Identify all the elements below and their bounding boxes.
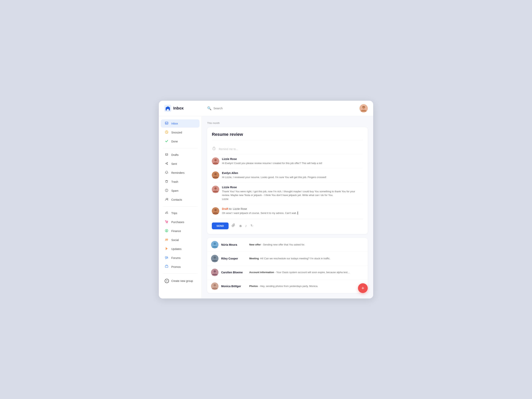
send-button[interactable]: SEND [212, 222, 228, 229]
email-snippet: - Hey, sending photos from yesterdays pa… [259, 285, 318, 288]
sidebar-item-trash[interactable]: Trash [161, 178, 200, 186]
attach-icon[interactable] [231, 223, 236, 229]
message-row-draft: Draft to: Lizzie Rose Oh wow! I want jet… [212, 204, 363, 218]
riley-avatar [211, 255, 218, 262]
email-item[interactable]: Núria Moura New offer - Sending new offe… [207, 238, 368, 252]
sidebar-item-updates[interactable]: Updates [161, 245, 200, 253]
message-row: Lizzie Rose Hi Evelyn! Could you please … [212, 154, 363, 169]
msg-sender-3: Lizzie Rose [222, 186, 363, 189]
sidebar-item-finance[interactable]: Finance [161, 227, 200, 235]
sidebar-item-purchases[interactable]: Purchases [161, 218, 200, 226]
svg-point-33 [214, 270, 216, 272]
drafts-icon [165, 153, 169, 157]
purchases-icon [165, 220, 169, 224]
plus-icon: + [165, 279, 169, 283]
updates-label: Updates [171, 247, 181, 251]
text-size-icon[interactable]: T T [249, 223, 255, 229]
snoozed-label: Snoozed [171, 131, 182, 134]
email-item[interactable]: Riley Cooper Meeting -Hi! Can we resched… [207, 252, 368, 266]
trips-icon [165, 211, 169, 215]
forums-label: Forums [171, 256, 180, 260]
sidebar-item-trips[interactable]: Trips [161, 209, 200, 217]
compose-area: SEND B I T T [212, 219, 363, 229]
email-name: Riley Cooper [221, 257, 247, 260]
search-area: 🔍 [207, 106, 360, 110]
msg-body-draft: Oh wow! I want jetpack of course. Send i… [222, 211, 363, 215]
app-container: Inbox 🔍 [159, 101, 373, 298]
svg-point-12 [165, 239, 167, 240]
create-new-group[interactable]: + Create new group [161, 277, 200, 285]
msg-sender-1: Lizzie Rose [222, 158, 363, 160]
email-snippet: - Your Oasis system account will soon ex… [275, 271, 350, 274]
email-item[interactable]: Monica Böttger Photos - Hey, sending pho… [207, 279, 368, 293]
sidebar-item-drafts[interactable]: Drafts [161, 151, 200, 159]
logo-icon [164, 105, 171, 112]
finance-label: Finance [171, 229, 181, 233]
spam-icon [165, 189, 169, 193]
social-icon [165, 238, 169, 242]
sent-label: Sent [171, 162, 177, 165]
user-avatar[interactable] [360, 104, 368, 112]
msg-content-3: Lizzie Rose Thank You! You were right. I… [222, 186, 363, 201]
svg-point-29 [214, 243, 216, 245]
svg-point-31 [214, 256, 216, 259]
reminders-label: Reminders [171, 171, 184, 174]
section-label: This month [207, 121, 368, 125]
evelyn-avatar [212, 171, 219, 179]
divider-2 [163, 206, 198, 207]
email-name: Monica Böttger [221, 285, 247, 288]
inbox-icon [165, 121, 169, 126]
inbox-label: Inbox [171, 122, 178, 125]
svg-point-23 [214, 187, 217, 190]
sidebar-item-social[interactable]: Social [161, 236, 200, 244]
search-input[interactable] [213, 107, 272, 110]
trash-label: Trash [171, 180, 178, 183]
avatar-image [360, 104, 368, 112]
carolien-avatar [211, 269, 218, 276]
msg-content-1: Lizzie Rose Hi Evelyn! Could you please … [222, 158, 363, 165]
sidebar-item-sent[interactable]: Sent [161, 160, 200, 168]
social-label: Social [171, 239, 179, 241]
email-name: Carolien Bloeme [221, 271, 247, 274]
email-subject: Account information [249, 271, 274, 274]
italic-icon[interactable]: I [245, 223, 247, 228]
svg-text:T: T [251, 224, 252, 227]
svg-text:T: T [252, 225, 253, 227]
lizzie-avatar-1 [212, 158, 219, 165]
sidebar-item-done[interactable]: Done [161, 137, 200, 146]
msg-content-draft: Draft to: Lizzie Rose Oh wow! I want jet… [222, 207, 363, 215]
finance-icon [165, 229, 169, 233]
remind-row[interactable]: Remind me to... [212, 144, 363, 154]
search-icon: 🔍 [207, 106, 211, 110]
updates-icon [165, 247, 169, 251]
sidebar-item-snoozed[interactable]: Snoozed [161, 128, 200, 137]
bold-icon[interactable]: B [239, 223, 242, 228]
spam-label: Spam [171, 189, 178, 192]
msg-body-1: Hi Evelyn! Could you please review resum… [222, 161, 363, 165]
sidebar-item-reminders[interactable]: Reminders [161, 169, 200, 177]
sidebar-item-spam[interactable]: Spam [161, 187, 200, 195]
email-item[interactable]: Carolien Bloeme Account information - Yo… [207, 266, 368, 279]
sidebar-item-contacts[interactable]: Contacts [161, 196, 200, 204]
sidebar-item-inbox[interactable]: Inbox [161, 120, 200, 128]
svg-rect-8 [167, 198, 168, 200]
svg-rect-16 [165, 266, 168, 267]
email-snippet: - Sending new offer that You asked for. [261, 243, 305, 246]
msg-content-2: Evelyn Allen Hi Lizzie, I reviewed your … [222, 171, 363, 179]
msg-body-3: Thank You! You were right. I got this jo… [222, 190, 363, 201]
contacts-icon [165, 197, 169, 202]
email-preview: Photos - Hey, sending photos from yester… [249, 285, 364, 288]
divider-3 [163, 273, 198, 274]
email-subject: Meeting [249, 257, 259, 260]
logo-title: Inbox [173, 106, 184, 110]
email-preview: Meeting -Hi! Can we reschedule our today… [249, 257, 364, 260]
sidebar-item-forums[interactable]: Forums [161, 254, 200, 262]
reminders-icon [165, 171, 169, 175]
done-icon [165, 139, 169, 144]
purchases-label: Purchases [171, 221, 184, 224]
email-snippet: -Hi! Can we reschedule our todays meetin… [260, 257, 330, 260]
main-content: This month Resume review Remind me to... [202, 116, 373, 298]
trips-label: Trips [171, 212, 177, 215]
fab-button[interactable]: + [358, 283, 368, 293]
sidebar-item-promos[interactable]: Promos [161, 263, 200, 271]
